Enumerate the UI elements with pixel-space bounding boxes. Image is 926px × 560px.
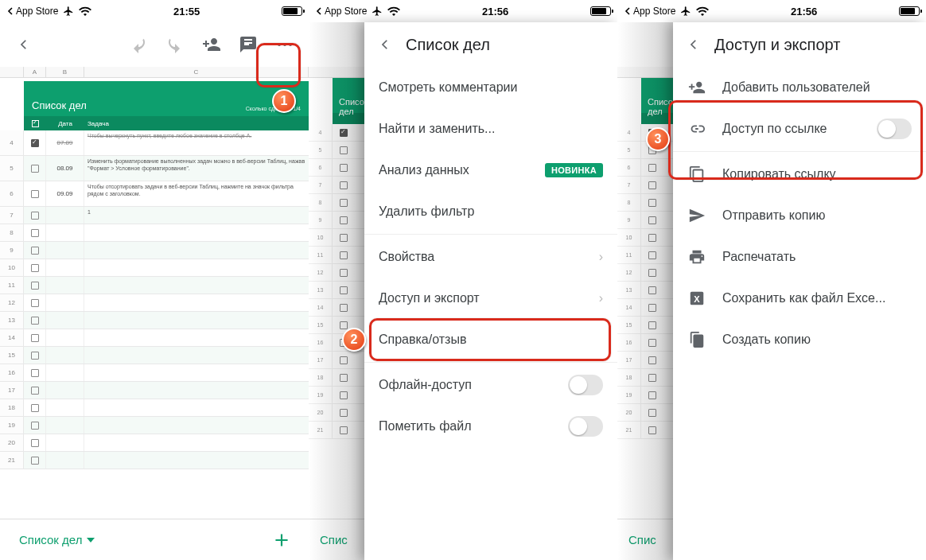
more-menu-button[interactable] xyxy=(267,27,302,62)
menu-add-users[interactable]: Добавить пользователей xyxy=(673,67,926,108)
col-A[interactable]: A xyxy=(24,67,46,77)
checkbox-icon[interactable] xyxy=(31,299,39,307)
menu-offline-toggle[interactable]: Офлайн-доступ xyxy=(364,364,617,406)
toggle-off-icon[interactable] xyxy=(568,375,603,395)
cell-task[interactable] xyxy=(84,417,309,434)
cell-task[interactable] xyxy=(84,242,309,259)
redo-button[interactable] xyxy=(158,27,193,62)
checkbox-icon[interactable] xyxy=(31,439,39,447)
cell-task[interactable] xyxy=(84,434,309,451)
cell-checkbox[interactable] xyxy=(24,259,46,276)
spreadsheet-body[interactable]: A B C Список дел Сколько сделано: 1/4 Да… xyxy=(0,67,309,519)
back-button[interactable] xyxy=(6,27,41,62)
table-row[interactable]: 21 xyxy=(0,452,309,469)
cell-task[interactable]: Изменить форматирование выполненных зада… xyxy=(84,156,309,181)
table-row[interactable]: 12 xyxy=(0,294,309,312)
cell-task[interactable] xyxy=(84,277,309,294)
checkbox-icon[interactable] xyxy=(31,264,39,272)
cell-date[interactable]: 09.09 xyxy=(46,181,84,206)
cell-task[interactable] xyxy=(84,329,309,346)
cell-date[interactable] xyxy=(46,259,84,276)
cell-date[interactable] xyxy=(46,399,84,416)
col-C[interactable]: C xyxy=(84,67,309,77)
cell-checkbox[interactable] xyxy=(24,329,46,346)
checkbox-icon[interactable] xyxy=(31,387,39,395)
cell-checkbox[interactable] xyxy=(24,224,46,241)
menu-help-feedback[interactable]: Справка/отзыв xyxy=(364,319,617,360)
table-row[interactable]: 17 xyxy=(0,382,309,399)
checkbox-icon[interactable] xyxy=(31,247,39,255)
menu-star-toggle[interactable]: Пометить файл xyxy=(364,406,617,447)
menu-data-analysis[interactable]: Анализ данных НОВИНКА xyxy=(364,150,617,191)
cell-date[interactable]: 07.09 xyxy=(46,130,84,155)
cell-checkbox[interactable] xyxy=(24,156,46,181)
menu-copy-link[interactable]: Копировать ссылку xyxy=(673,154,926,195)
cell-checkbox[interactable] xyxy=(24,242,46,259)
cell-date[interactable] xyxy=(46,312,84,329)
table-row[interactable]: 10 xyxy=(0,259,309,277)
table-row[interactable]: 609.09Чтобы отсортировать задачи в веб-в… xyxy=(0,181,309,207)
table-row[interactable]: 9 xyxy=(0,242,309,259)
menu-view-comments[interactable]: Смотреть комментарии xyxy=(364,67,617,108)
table-row[interactable]: 15 xyxy=(0,347,309,364)
cell-task[interactable] xyxy=(84,382,309,399)
menu-remove-filter[interactable]: Удалить фильтр xyxy=(364,191,617,232)
add-sheet-button[interactable] xyxy=(266,524,298,556)
menu-make-copy[interactable]: Создать копию xyxy=(673,319,926,360)
cell-checkbox[interactable] xyxy=(24,181,46,206)
checkbox-icon[interactable] xyxy=(31,334,39,342)
checkbox-icon[interactable] xyxy=(31,229,39,237)
cell-date[interactable] xyxy=(46,329,84,346)
cell-task[interactable] xyxy=(84,364,309,381)
sheet-tab[interactable]: Список дел xyxy=(11,528,103,551)
cell-checkbox[interactable] xyxy=(24,399,46,416)
cell-checkbox[interactable] xyxy=(24,277,46,294)
menu-properties[interactable]: Свойства › xyxy=(364,236,617,278)
cell-checkbox[interactable] xyxy=(24,294,46,311)
checkbox-icon[interactable] xyxy=(31,369,39,377)
checkbox-icon[interactable] xyxy=(31,422,39,430)
cell-checkbox[interactable] xyxy=(24,130,46,155)
col-B[interactable]: B xyxy=(46,67,84,77)
table-row[interactable]: 71 xyxy=(0,207,309,224)
toggle-off-icon[interactable] xyxy=(877,119,912,139)
cell-task[interactable] xyxy=(84,399,309,416)
cell-date[interactable] xyxy=(46,452,84,469)
cell-date[interactable] xyxy=(46,207,84,224)
cell-date[interactable]: 08.09 xyxy=(46,156,84,181)
cell-task[interactable] xyxy=(84,259,309,276)
checkbox-icon[interactable] xyxy=(31,282,39,290)
menu-save-excel[interactable]: X Сохранить как файл Exce... xyxy=(673,278,926,319)
table-row[interactable]: 20 xyxy=(0,434,309,452)
cell-task[interactable] xyxy=(84,312,309,329)
cell-task[interactable] xyxy=(84,347,309,364)
cell-checkbox[interactable] xyxy=(24,417,46,434)
share-add-user-button[interactable] xyxy=(194,27,229,62)
table-row[interactable]: 8 xyxy=(0,224,309,242)
menu-find-replace[interactable]: Найти и заменить... xyxy=(364,108,617,150)
table-row[interactable]: 16 xyxy=(0,364,309,382)
back-to-appstore[interactable]: App Store xyxy=(6,6,58,17)
cell-task[interactable] xyxy=(84,224,309,241)
cell-date[interactable] xyxy=(46,434,84,451)
cell-date[interactable] xyxy=(46,364,84,381)
cell-date[interactable] xyxy=(46,277,84,294)
table-row[interactable]: 18 xyxy=(0,399,309,417)
comment-button[interactable] xyxy=(231,27,266,62)
checkbox-icon[interactable] xyxy=(31,212,39,220)
checkbox-icon[interactable] xyxy=(31,352,39,360)
back-to-appstore[interactable]: App Store xyxy=(315,6,367,17)
menu-share-export[interactable]: Доступ и экспорт › xyxy=(364,278,617,319)
cell-date[interactable] xyxy=(46,417,84,434)
checkbox-icon[interactable] xyxy=(31,317,39,325)
toggle-off-icon[interactable] xyxy=(568,416,603,437)
cell-date[interactable] xyxy=(46,242,84,259)
table-row[interactable]: 19 xyxy=(0,417,309,434)
cell-checkbox[interactable] xyxy=(24,312,46,329)
table-row[interactable]: 14 xyxy=(0,329,309,347)
cell-task[interactable]: Чтобы вычеркнуть пункт, введите любое зн… xyxy=(84,130,309,155)
cell-task[interactable]: 1 xyxy=(84,207,309,224)
table-row[interactable]: 407.09Чтобы вычеркнуть пункт, введите лю… xyxy=(0,130,309,156)
cell-checkbox[interactable] xyxy=(24,207,46,224)
menu-send-copy[interactable]: Отправить копию xyxy=(673,195,926,236)
